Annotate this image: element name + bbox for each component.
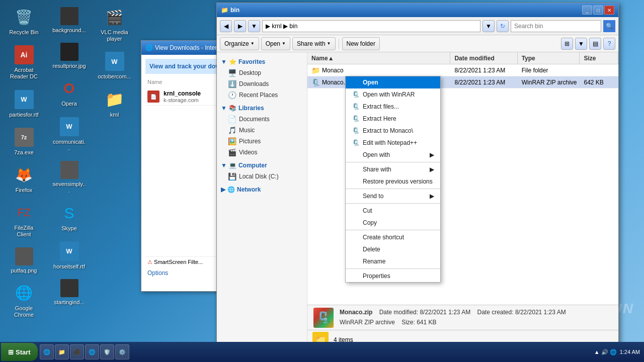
window-controls: _ □ ✕ [582,6,614,15]
organize-btn[interactable]: Organize ▼ [220,37,259,50]
start-windows-icon: ⊞ [8,348,14,356]
taskbar-item-explorer[interactable]: 📁 [55,344,69,359]
ctx-item-extract-here[interactable]: 🗜️ Extract Here [346,113,440,125]
file-type-cell: File folder [518,66,580,75]
pictures-label: Pictures [239,138,261,145]
close-btn[interactable]: ✕ [604,6,614,15]
submenu-arrow: ▶ [430,151,434,158]
col-type-header[interactable]: Type [518,52,580,64]
ctx-item-copy[interactable]: Copy [346,217,440,229]
preview-pane-btn[interactable]: ▤ [589,38,601,50]
ctx-item-delete[interactable]: Delete [346,243,440,255]
ctx-item-create-shortcut[interactable]: Create shortcut [346,231,440,243]
table-row[interactable]: 📁 Monaco 8/22/2021 1:23 AM File folder [307,64,618,76]
ctx-item-properties[interactable]: Properties [346,270,440,282]
sidebar-item-pictures[interactable]: 🖼️ Pictures [217,136,307,147]
new-folder-btn[interactable]: New folder [342,37,380,50]
up-button[interactable]: ▼ [248,20,260,32]
partiesfor-icon[interactable]: W partiesfor.rtf [5,87,43,120]
putfaq-icon[interactable]: putfaq.png [5,245,43,276]
taskbar-item-ie[interactable]: 🌐 [40,344,54,359]
help-btn[interactable]: ? [603,38,615,50]
ctx-item-edit-notepad[interactable]: 🗜️ Edit with Notepad++ [346,137,440,149]
search-button[interactable]: 🔍 [603,20,615,32]
explorer-window: 📁 bin _ □ ✕ ◀ ▶ ▼ ▶ krnl ▶ bin ▼ ↻ 🔍 Org… [216,3,619,349]
refresh-btn[interactable]: ↻ [497,20,509,32]
taskbar-item-chrome[interactable]: 🌐 [85,344,99,359]
resultprior-icon[interactable]: resultprior.jpg [50,41,88,71]
taskbar-item-cmd[interactable]: ⬛ [70,344,84,359]
address-dropdown[interactable]: ▼ [482,20,495,32]
ctx-item-open-winrar[interactable]: 🗜️ Open with WinRAR [346,88,440,101]
acrobat-icon[interactable]: Ai Acrobat Reader DC [5,43,43,82]
search-input[interactable] [511,20,601,32]
octobercom-icon[interactable]: W octobercom... [96,49,133,82]
sidebar-item-documents[interactable]: 📄 Documents [217,114,307,125]
firefox-icon[interactable]: 🦊 Firefox [5,163,43,196]
libraries-header[interactable]: ▼ 📚 Libraries [217,103,307,114]
computer-header[interactable]: ▼ 💻 Computer [217,160,307,171]
sidebar-item-desktop[interactable]: 🖥️ Desktop [217,67,307,78]
vlc-icon[interactable]: 🎬 VLC media player [96,5,133,44]
krnl-folder-icon[interactable]: 📁 krnl [96,87,133,120]
start-button[interactable]: ⊞ Start [1,343,38,361]
desktop-icons: 🗑️ Recycle Bin Ai Acrobat Reader DC W pa… [0,0,141,342]
local-disk-icon-sm: 💾 [228,172,236,180]
view-list-btn[interactable]: ⊞ [561,38,573,50]
file-date-cell: 8/22/2021 1:23 AM [450,78,517,87]
ctx-delete-label: Delete [363,246,380,253]
communication-icon[interactable]: W communicati... [50,115,88,154]
ctx-item-extract-to[interactable]: 🗜️ Extract to Monaco\ [346,125,440,137]
open-btn[interactable]: Open ▼ [261,37,290,50]
status-date-modified-label: Date modified: [379,309,418,316]
sidebar-item-local-disk[interactable]: 💾 Local Disk (C:) [217,171,307,182]
background-icon[interactable]: background... [50,5,88,36]
status-date-modified: 8/22/2021 1:23 AM [420,309,470,316]
col-size-header[interactable]: Size [580,52,618,64]
send-to-icon [352,192,360,200]
forward-button[interactable]: ▶ [234,20,246,32]
ctx-item-share-with[interactable]: Share with ▶ [346,163,440,175]
computer-label: Computer [238,162,267,169]
network-header[interactable]: ▶ 🌐 Network [217,184,307,195]
col-date-header[interactable]: Date modified [450,52,517,64]
address-path[interactable]: ▶ krnl ▶ bin [262,20,480,32]
ctx-item-restore-versions[interactable]: Restore previous versions [346,175,440,188]
ctx-item-send-to[interactable]: Send to ▶ [346,190,440,202]
ctx-item-open-with[interactable]: Open with ▶ [346,149,440,161]
skype-icon[interactable]: S Skype [50,201,88,234]
ctx-item-extract-files[interactable]: 🗜️ Extract files... [346,101,440,113]
sidebar-item-downloads[interactable]: ⬇️ Downloads [217,78,307,89]
open-arrow: ▼ [282,41,286,46]
status-size-label: Size: [401,319,415,326]
taskbar-item-antivirus[interactable]: 🛡️ [100,344,114,359]
favorites-header[interactable]: ▼ ⭐ Favorites [217,56,307,67]
chrome-icon[interactable]: 🌐 Google Chrome [5,281,43,320]
7za-icon[interactable]: 7z 7za.exe [5,125,43,158]
taskbar-items: 🌐 📁 ⬛ 🌐 🛡️ ⚙️ [40,344,590,359]
startingind-icon[interactable]: startingind... [50,277,88,308]
sidebar: ▼ ⭐ Favorites 🖥️ Desktop ⬇️ Downloads 🕐 [217,52,307,349]
recycle-bin-icon[interactable]: 🗑️ Recycle Bin [5,5,43,38]
share-btn[interactable]: Share with ▼ [292,37,336,50]
horseitself-icon[interactable]: W horseitself.rtf [50,239,88,272]
minimize-btn[interactable]: _ [582,6,592,15]
ctx-item-rename[interactable]: Rename [346,255,440,267]
ctx-item-open[interactable]: Open [346,76,440,88]
sevensimply-icon[interactable]: sevensimply... [50,159,88,196]
col-name-header[interactable]: Name ▲ [307,52,450,64]
opera-icon[interactable]: O Opera [50,76,88,109]
filezilla-icon[interactable]: FZ FileZilla Client [5,201,43,240]
back-button[interactable]: ◀ [220,20,232,32]
view-dropdown-btn[interactable]: ▼ [575,38,587,50]
taskbar-item-settings[interactable]: ⚙️ [115,344,129,359]
ctx-separator-2 [346,189,440,189]
open-icon [352,78,360,86]
sidebar-item-recent[interactable]: 🕐 Recent Places [217,89,307,101]
ctx-item-cut[interactable]: Cut [346,205,440,217]
maximize-btn[interactable]: □ [593,6,603,15]
taskbar-settings-icon: ⚙️ [119,349,126,355]
sidebar-item-videos[interactable]: 🎬 Videos [217,147,307,158]
status-filename: Monaco.zip [340,309,372,316]
sidebar-item-music[interactable]: 🎵 Music [217,125,307,136]
